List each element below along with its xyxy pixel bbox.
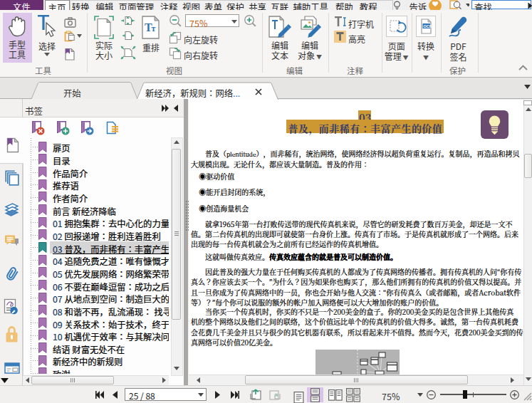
svg-text:OCR: OCR	[424, 23, 432, 28]
svg-text:т: т	[152, 23, 156, 33]
